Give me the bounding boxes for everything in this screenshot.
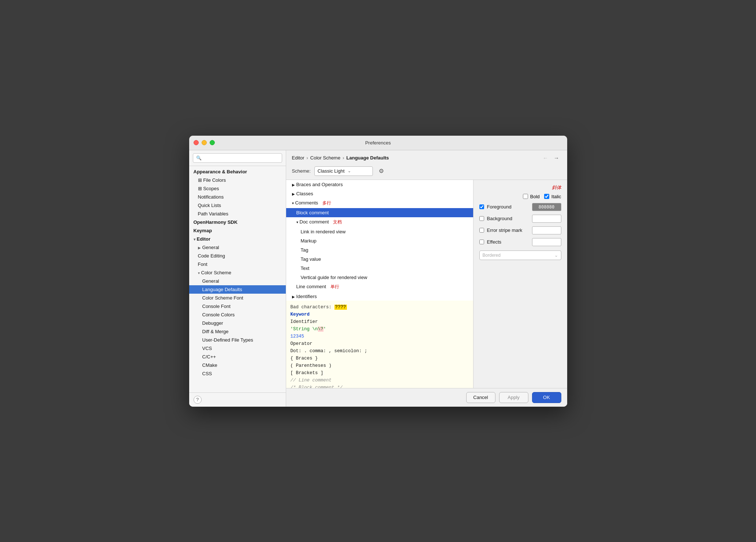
left-split: ▶Braces and Operators ▶Classes ▾Comments… [286, 180, 474, 388]
line-comment-annotation: 单行 [330, 284, 339, 289]
effects-row: Effects [479, 238, 561, 246]
cti-link-rendered[interactable]: Link in rendered view [286, 227, 473, 236]
error-color-box[interactable] [532, 226, 561, 234]
file-colors-icon: ⊞ [198, 177, 203, 183]
sidebar-item-editor[interactable]: ▾Editor [189, 235, 286, 243]
cti-braces[interactable]: ▶Braces and Operators [286, 180, 473, 189]
ok-button[interactable]: OK [532, 392, 561, 403]
cti-block-comment[interactable]: Block comment [286, 208, 473, 217]
effects-color-box[interactable] [532, 238, 561, 246]
effects-label: Effects [487, 239, 529, 245]
bottom-bar: Cancel Apply OK [286, 388, 567, 407]
scheme-label: Scheme: [292, 168, 311, 174]
comments-arrow: ▾ [292, 201, 294, 205]
sidebar-item-css[interactable]: CSS [189, 369, 286, 378]
preview-line-comment: // Line comment [291, 377, 469, 384]
sidebar-item-keymap[interactable]: Keymap [189, 226, 286, 235]
classes-arrow: ▶ [292, 192, 295, 196]
cancel-button[interactable]: Cancel [466, 392, 495, 403]
maximize-button[interactable] [210, 140, 215, 145]
cti-identifiers[interactable]: ▶Identifiers [286, 292, 473, 301]
background-checkbox[interactable] [479, 216, 484, 221]
forward-button[interactable]: → [552, 154, 561, 162]
sidebar-item-path-variables[interactable]: Path Variables [189, 210, 286, 218]
sidebar-item-general[interactable]: ▶General [189, 243, 286, 252]
scheme-value: Classic Light [318, 168, 345, 174]
foreground-row: Foreground 808080 [479, 203, 561, 211]
foreground-checkbox[interactable] [479, 204, 484, 209]
traffic-lights [194, 140, 215, 145]
back-button[interactable]: ← [541, 154, 550, 162]
italic-checkbox-row: Italic [544, 194, 561, 199]
bold-checkbox[interactable] [523, 194, 528, 199]
sidebar-item-quick-lists[interactable]: Quick Lists [189, 201, 286, 210]
sidebar-item-notifications[interactable]: Notifications [189, 193, 286, 201]
italic-checkbox[interactable] [544, 194, 549, 199]
sidebar-item-diff-merge[interactable]: Diff & Merge [189, 327, 286, 336]
preview-operator: Operator [291, 340, 469, 347]
sidebar-item-openharmony[interactable]: OpenHarmony SDK [189, 218, 286, 226]
cti-text[interactable]: Text [286, 264, 473, 273]
main-split: ▶Braces and Operators ▶Classes ▾Comments… [286, 180, 567, 388]
sidebar-item-scopes[interactable]: ⊞ Scopes [189, 184, 286, 193]
cti-tag-value[interactable]: Tag value [286, 255, 473, 264]
gear-icon[interactable]: ⚙ [377, 166, 386, 176]
effects-checkbox[interactable] [479, 240, 484, 244]
cti-markup[interactable]: Markup [286, 236, 473, 245]
apply-button[interactable]: Apply [499, 392, 528, 403]
sidebar-search[interactable] [189, 150, 286, 166]
identifiers-arrow: ▶ [292, 295, 295, 299]
cti-line-comment[interactable]: Line comment 单行 [286, 282, 473, 292]
preview-parens: ( Parentheses ) [291, 362, 469, 369]
preview-identifier: Identifier [291, 318, 469, 325]
sidebar-item-file-colors[interactable]: ⊞ File Colors [189, 176, 286, 184]
preview-string: 'String \n\?' [291, 325, 469, 333]
sidebar-item-color-scheme[interactable]: ▾Color Scheme [189, 268, 286, 277]
italic-annotation: 斜体 [552, 184, 561, 191]
sidebar: Appearance & Behavior ⊞ File Colors ⊞ Sc… [189, 150, 286, 407]
error-checkbox[interactable] [479, 228, 484, 233]
sidebar-item-console-font[interactable]: Console Font [189, 302, 286, 310]
breadcrumb-sep2: › [343, 155, 344, 161]
minimize-button[interactable] [202, 140, 207, 145]
breadcrumb-sep1: › [306, 155, 308, 161]
sidebar-item-appearance[interactable]: Appearance & Behavior [189, 168, 286, 176]
color-scheme-arrow: ▾ [198, 271, 200, 275]
sidebar-item-language-defaults[interactable]: Language Defaults [189, 285, 286, 294]
color-tree-panel: ▶Braces and Operators ▶Classes ▾Comments… [286, 180, 473, 301]
foreground-color-box[interactable]: 808080 [532, 203, 561, 211]
sidebar-item-debugger[interactable]: Debugger [189, 319, 286, 327]
preview-braces: { Braces } [291, 355, 469, 362]
cti-comments[interactable]: ▾Comments 多行 [286, 198, 473, 208]
close-button[interactable] [194, 140, 199, 145]
cti-vertical-guide[interactable]: Vertical guide for rendered view [286, 273, 473, 282]
sidebar-item-cmake[interactable]: CMake [189, 361, 286, 369]
background-color-box[interactable] [532, 215, 561, 223]
background-row: Background [479, 215, 561, 223]
foreground-value: 808080 [539, 204, 554, 210]
search-input[interactable] [193, 153, 282, 163]
sidebar-item-color-scheme-general[interactable]: General [189, 277, 286, 285]
preview-dot-line: Dot: . comma: , semicolon: ; [291, 347, 469, 355]
effects-dropdown[interactable]: Bordered ⌄ [479, 251, 561, 260]
titlebar: Preferences [189, 136, 567, 150]
bold-label: Bold [530, 194, 540, 199]
help-button[interactable]: ? [194, 396, 202, 404]
scheme-row: Scheme: Classic Light ⌄ ⚙ [286, 165, 567, 180]
sidebar-item-user-defined[interactable]: User-Defined File Types [189, 336, 286, 344]
cti-tag[interactable]: Tag [286, 245, 473, 255]
doc-comment-arrow: ▾ [296, 220, 298, 224]
nav-buttons: ← → [541, 154, 561, 162]
sidebar-item-vcs[interactable]: VCS [189, 344, 286, 353]
sidebar-item-color-scheme-font[interactable]: Color Scheme Font [189, 294, 286, 302]
sidebar-item-console-colors[interactable]: Console Colors [189, 310, 286, 319]
preview-block-comment: /* Block comment */ [291, 384, 469, 388]
sidebar-item-code-editing[interactable]: Code Editing [189, 252, 286, 260]
cti-classes[interactable]: ▶Classes [286, 189, 473, 198]
preview-keyword: Keyword [291, 311, 469, 318]
cti-doc-comment[interactable]: ▾Doc comment 文档 [286, 217, 473, 227]
sidebar-item-font[interactable]: Font [189, 260, 286, 268]
scheme-dropdown[interactable]: Classic Light ⌄ [314, 166, 373, 176]
sidebar-item-cpp[interactable]: C/C++ [189, 353, 286, 361]
breadcrumb: Editor › Color Scheme › Language Default… [292, 155, 389, 161]
